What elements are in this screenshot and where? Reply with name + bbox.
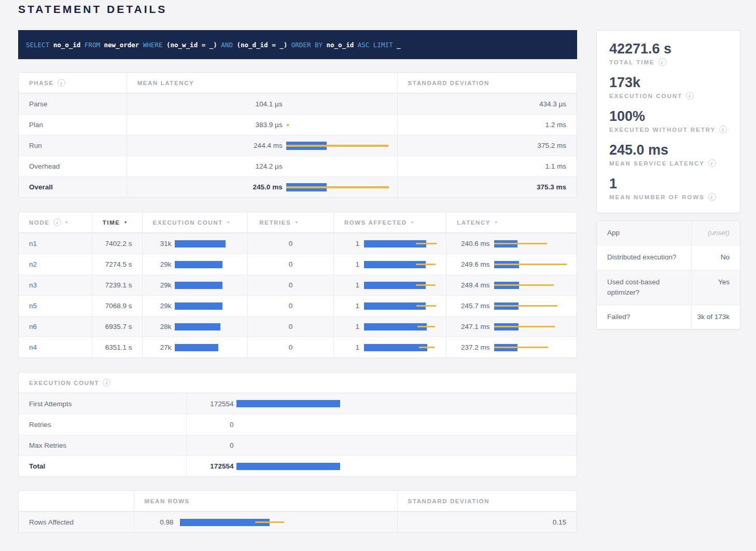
mean-latency-value: 104.1 µs (127, 100, 283, 108)
execution-count-table: EXECUTION COUNT i First Attempts 172554 … (18, 372, 577, 477)
node-link[interactable]: n2 (29, 260, 37, 268)
count-value: 172554 (187, 400, 233, 408)
mean-bar (175, 302, 222, 310)
node-link[interactable]: n3 (29, 281, 37, 289)
info-icon[interactable]: i (708, 159, 716, 167)
node-link[interactable]: n5 (29, 302, 37, 310)
sql-token: ASC LIMIT (358, 41, 397, 49)
execution-count-value: 29k (143, 302, 172, 310)
stddev-line (494, 284, 554, 286)
table-row: First Attempts 172554 (19, 393, 577, 414)
execution-count-bar (175, 282, 232, 289)
latency-bar (286, 121, 395, 129)
info-icon[interactable]: i (686, 92, 694, 100)
sql-token: SELECT (26, 41, 53, 49)
row-label: Retries (29, 421, 51, 429)
stddev-value: 375.3 ms (537, 183, 566, 191)
latency-bar (494, 282, 572, 289)
latency-value: 249.6 ms (446, 260, 489, 268)
sort-arrow-icon: ▼ (227, 221, 230, 224)
rows-affected-value: 1 (334, 260, 359, 268)
latency-value: 245.7 ms (446, 302, 489, 310)
count-value: 0 (187, 421, 233, 429)
sql-token: ORDER BY (291, 41, 327, 49)
sql-token: (no_w_id = _) (166, 41, 221, 49)
stddev-line (286, 145, 388, 147)
statement-attributes-panel: App (unset) Distributed execution? No Us… (596, 221, 740, 329)
count-bar (236, 442, 351, 449)
mean-latency-value: 244.4 ms (127, 142, 283, 149)
mean-bar (175, 282, 222, 289)
stat-executed-without-retry: 100% EXECUTED WITHOUT RETRYi (609, 108, 727, 133)
sort-arrow-icon: ▼ (124, 221, 128, 224)
time-value: 6935.7 s (105, 323, 132, 330)
info-icon[interactable]: i (58, 79, 65, 87)
table-row: Max Retries 0 (19, 435, 577, 456)
stddev-line (416, 305, 436, 307)
node-link[interactable]: n6 (29, 323, 37, 330)
row-label: Max Retries (29, 442, 66, 449)
rows-affected-bar (364, 344, 444, 351)
sql-token: new_order (104, 41, 143, 49)
col-header-mean-rows: MEAN ROWS (134, 491, 397, 511)
table-row-total: Total 172554 (19, 456, 577, 476)
latency-bar (286, 183, 395, 191)
retries-value: 0 (289, 343, 293, 351)
info-icon[interactable]: i (53, 218, 61, 226)
rows-affected-value: 1 (334, 343, 359, 351)
sql-token: (no_d_id = _) (236, 41, 291, 49)
col-header-retries[interactable]: RETRIES ▼ (248, 212, 334, 232)
latency-bar (286, 162, 395, 171)
table-row-node: n5 7068.9 s 29k 0 1 245.7 ms (19, 295, 577, 316)
rows-affected-value: 1 (334, 240, 359, 247)
mean-latency-value: 124.2 µs (127, 162, 283, 170)
execution-count-bar (175, 323, 232, 330)
summary-stats-panel: 42271.6 s TOTAL TIMEi 173k EXECUTION COU… (596, 30, 740, 213)
latency-value: 240.6 ms (446, 240, 489, 247)
col-header-rows-affected[interactable]: ROWS AFFECTED ▼ (334, 212, 447, 232)
row-label: Total (29, 462, 45, 470)
phase-label: Overall (29, 183, 53, 191)
stddev-value: 1.2 ms (545, 121, 567, 129)
stddev-line (494, 326, 555, 327)
rows-affected-bar (364, 240, 444, 247)
stddev-value: 375.2 ms (537, 142, 566, 149)
time-value: 7402.2 s (105, 240, 132, 247)
sql-token: no_o_id (327, 41, 358, 49)
sql-token: AND (221, 41, 236, 49)
col-header-time[interactable]: TIME ▼ (92, 212, 143, 232)
info-icon[interactable]: i (103, 379, 110, 387)
retries-value: 0 (289, 302, 293, 310)
latency-bar (286, 100, 395, 108)
mean-bar (175, 323, 220, 330)
table-row: Retries 0 (19, 414, 577, 435)
row-label: First Attempts (29, 400, 72, 408)
retries-value: 0 (289, 240, 293, 247)
mean-latency-value: 383.9 µs (127, 121, 283, 129)
execution-count-bar (175, 302, 232, 310)
col-header-node[interactable]: NODE i ▼ (19, 212, 92, 232)
time-value: 7239.1 s (105, 281, 132, 289)
latency-value: 247.1 ms (446, 323, 489, 330)
table-row-node: n2 7274.5 s 29k 0 1 249.6 ms (19, 254, 577, 274)
info-icon[interactable]: i (719, 126, 727, 133)
col-header-execution-count[interactable]: EXECUTION COUNT ▼ (143, 212, 248, 232)
info-icon[interactable]: i (708, 193, 716, 201)
stddev-value: 1.1 ms (545, 162, 567, 170)
stddev-line (419, 347, 435, 348)
node-link[interactable]: n4 (29, 343, 37, 351)
col-header-latency[interactable]: LATENCY ▼ (446, 212, 577, 232)
sort-arrow-icon: ▼ (65, 221, 68, 224)
sort-arrow-icon: ▼ (295, 221, 298, 224)
detail-row-cost-based-optimizer: Used cost-based optimizer? Yes (597, 270, 740, 305)
time-value: 7068.9 s (105, 302, 132, 310)
mean-rows-bar (180, 519, 294, 526)
rows-affected-table: MEAN ROWS STANDARD DEVIATION Rows Affect… (18, 490, 577, 533)
stddev-value: 434.3 µs (539, 100, 566, 108)
detail-row-distributed-execution: Distributed execution? No (597, 245, 740, 269)
node-link[interactable]: n1 (29, 240, 37, 247)
info-icon[interactable]: i (659, 58, 666, 66)
latency-bar (286, 142, 395, 150)
table-row: Run 244.4 ms 375.2 ms (19, 135, 577, 156)
stat-mean-service-latency: 245.0 ms MEAN SERVICE LATENCYi (609, 142, 727, 167)
